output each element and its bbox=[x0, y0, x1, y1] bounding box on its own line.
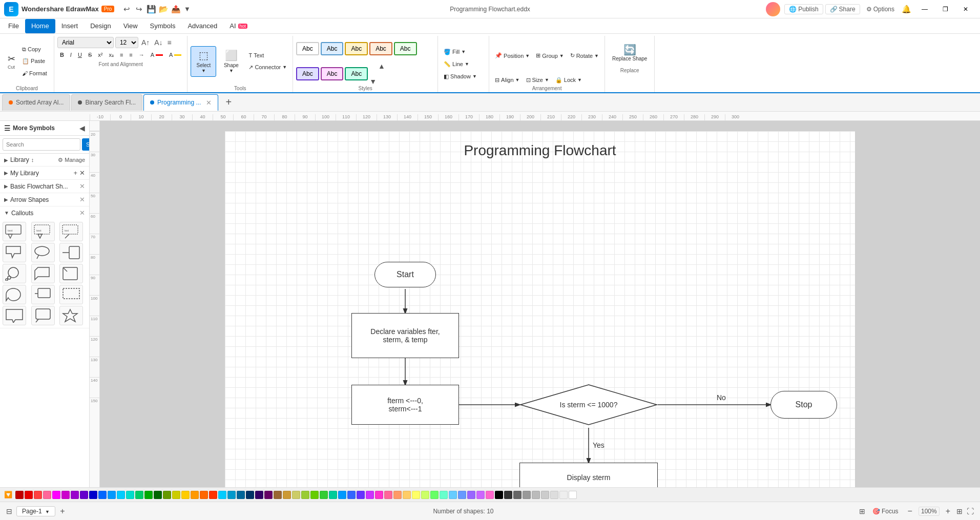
lock-btn[interactable]: 🔒 Lock ▼ bbox=[553, 74, 585, 86]
color-swatch-58[interactable] bbox=[541, 491, 549, 499]
color-swatch-53[interactable] bbox=[495, 491, 503, 499]
menu-design[interactable]: Design bbox=[84, 19, 117, 33]
fill-btn[interactable]: 🪣 Fill ▼ bbox=[441, 46, 486, 57]
color-swatch-29[interactable] bbox=[274, 491, 282, 499]
page-thumbnail-btn[interactable]: ⊟ bbox=[6, 507, 12, 515]
color-swatch-45[interactable] bbox=[421, 491, 429, 499]
color-swatch-6[interactable] bbox=[61, 491, 70, 499]
shape-stop[interactable]: Stop bbox=[770, 391, 837, 419]
focus-btn[interactable]: 🎯 Focus bbox=[869, 507, 902, 516]
paste-special-btn[interactable]: 📋 Paste bbox=[19, 56, 50, 67]
shape-display[interactable]: Display sterm bbox=[519, 463, 658, 487]
color-swatch-50[interactable] bbox=[467, 491, 475, 499]
restore-btn[interactable]: ❐ bbox=[935, 0, 955, 18]
shape-assign[interactable]: fterm <---0,sterm<---1 bbox=[351, 385, 459, 425]
add-page-btn[interactable]: + bbox=[57, 507, 68, 516]
color-swatch-61[interactable] bbox=[569, 491, 577, 499]
align-btn[interactable]: ≡ bbox=[166, 38, 173, 47]
color-swatch-52[interactable] bbox=[486, 491, 494, 499]
color-swatch-16[interactable] bbox=[154, 491, 162, 499]
rotate-btn[interactable]: ↻ Rotate ▼ bbox=[568, 50, 601, 61]
color-swatch-35[interactable] bbox=[329, 491, 337, 499]
close-btn[interactable]: ✕ bbox=[955, 0, 976, 18]
color-swatch-38[interactable] bbox=[357, 491, 365, 499]
export-btn[interactable]: 📤 bbox=[170, 3, 182, 15]
font-family-select[interactable]: Arial bbox=[57, 37, 114, 48]
subscript-btn[interactable]: x₂ bbox=[106, 49, 116, 60]
color-swatch-48[interactable] bbox=[449, 491, 457, 499]
text-color-btn[interactable]: A bbox=[148, 49, 165, 60]
color-swatch-43[interactable] bbox=[403, 491, 411, 499]
color-dropper-icon[interactable]: 🔽 bbox=[4, 491, 12, 498]
sidebar-search-input[interactable] bbox=[3, 138, 80, 151]
callout-shape-12[interactable] bbox=[59, 285, 83, 304]
color-swatch-39[interactable] bbox=[366, 491, 374, 499]
color-swatch-3[interactable] bbox=[34, 491, 42, 499]
format-painter-btn[interactable]: 🖌 Format bbox=[19, 68, 50, 79]
callout-shape-9[interactable] bbox=[59, 264, 83, 283]
tab-programming[interactable]: Programming ... ✕ bbox=[143, 94, 218, 111]
basic-flowchart-header[interactable]: ▶ Basic Flowchart Sh... ✕ bbox=[0, 180, 89, 193]
my-library-add-btn[interactable]: + bbox=[73, 169, 77, 177]
callout-shape-11[interactable] bbox=[31, 285, 55, 304]
align-btn2[interactable]: ⊟ Align ▼ bbox=[492, 74, 522, 86]
callout-shape-4[interactable] bbox=[3, 243, 26, 262]
color-swatch-15[interactable] bbox=[144, 491, 153, 499]
callouts-close[interactable]: ✕ bbox=[79, 209, 85, 217]
color-swatch-51[interactable] bbox=[476, 491, 485, 499]
menu-symbols[interactable]: Symbols bbox=[144, 19, 182, 33]
basic-flowchart-close[interactable]: ✕ bbox=[79, 182, 85, 190]
superscript-btn[interactable]: x² bbox=[95, 49, 105, 60]
menu-advanced[interactable]: Advanced bbox=[181, 19, 223, 33]
open-btn[interactable]: 📂 bbox=[157, 3, 170, 15]
sidebar-collapse-btn[interactable]: ◀ bbox=[79, 124, 85, 132]
style-swatch-4[interactable]: Abc bbox=[369, 42, 392, 55]
publish-btn[interactable]: 🌐 Publish bbox=[784, 4, 823, 14]
my-library-close-btn[interactable]: ✕ bbox=[79, 169, 85, 177]
callout-shape-10[interactable] bbox=[3, 285, 26, 304]
list-btn[interactable]: ≡ bbox=[117, 49, 126, 60]
color-swatch-46[interactable] bbox=[430, 491, 439, 499]
select-tool-btn[interactable]: ⬚ Select ▼ bbox=[191, 46, 216, 77]
tab-close-3[interactable]: ✕ bbox=[206, 99, 212, 107]
notification-icon[interactable]: 🔔 bbox=[902, 5, 911, 14]
shape-tool-btn[interactable]: ⬜ Shape ▼ bbox=[218, 46, 244, 77]
callout-shape-3[interactable]: text bbox=[59, 222, 83, 241]
menu-home[interactable]: Home bbox=[25, 19, 55, 33]
layer-icon[interactable]: ⊞ bbox=[859, 507, 865, 515]
color-swatch-22[interactable] bbox=[209, 491, 217, 499]
color-swatch-27[interactable] bbox=[255, 491, 263, 499]
page-1-tab[interactable]: Page-1 ▼ bbox=[16, 506, 55, 516]
color-swatch-4[interactable] bbox=[43, 491, 51, 499]
tab-sorted-array[interactable]: Sortted Array Al... bbox=[2, 94, 70, 111]
indent-btn[interactable]: → bbox=[136, 49, 147, 60]
color-swatch-1[interactable] bbox=[15, 491, 24, 499]
color-swatch-2[interactable] bbox=[25, 491, 33, 499]
zoom-level[interactable]: 100% bbox=[919, 507, 940, 516]
options-btn[interactable]: ⚙ Options bbox=[862, 5, 899, 14]
color-swatch-36[interactable] bbox=[338, 491, 346, 499]
strikethrough-btn[interactable]: S bbox=[86, 49, 94, 60]
callout-shape-7[interactable] bbox=[3, 264, 26, 283]
shape-start[interactable]: Start bbox=[374, 262, 436, 287]
color-swatch-49[interactable] bbox=[458, 491, 466, 499]
color-swatch-41[interactable] bbox=[384, 491, 392, 499]
fullscreen-btn[interactable]: ⛶ bbox=[967, 507, 974, 515]
line-btn[interactable]: 📏 Line ▼ bbox=[441, 58, 486, 70]
color-swatch-31[interactable] bbox=[292, 491, 300, 499]
color-swatch-18[interactable] bbox=[172, 491, 180, 499]
undo-btn[interactable]: ↩ bbox=[120, 3, 133, 15]
color-swatch-25[interactable] bbox=[237, 491, 245, 499]
text-tool-btn[interactable]: T Text bbox=[246, 50, 289, 61]
color-swatch-60[interactable] bbox=[559, 491, 568, 499]
replace-shape-btn[interactable]: 🔄 Replace Shape bbox=[608, 37, 651, 68]
copy-btn[interactable]: ⧉ Copy bbox=[19, 44, 50, 55]
bold-btn[interactable]: B bbox=[57, 49, 67, 60]
color-swatch-10[interactable] bbox=[98, 491, 107, 499]
callout-shape-1[interactable]: text bbox=[3, 222, 26, 241]
tab-binary-search[interactable]: Binary Search Fl... bbox=[71, 94, 142, 111]
color-swatch-23[interactable] bbox=[218, 491, 226, 499]
fill-text-btn[interactable]: A bbox=[166, 49, 184, 60]
style-swatch-1[interactable]: Abc bbox=[296, 42, 319, 55]
color-swatch-33[interactable] bbox=[310, 491, 319, 499]
